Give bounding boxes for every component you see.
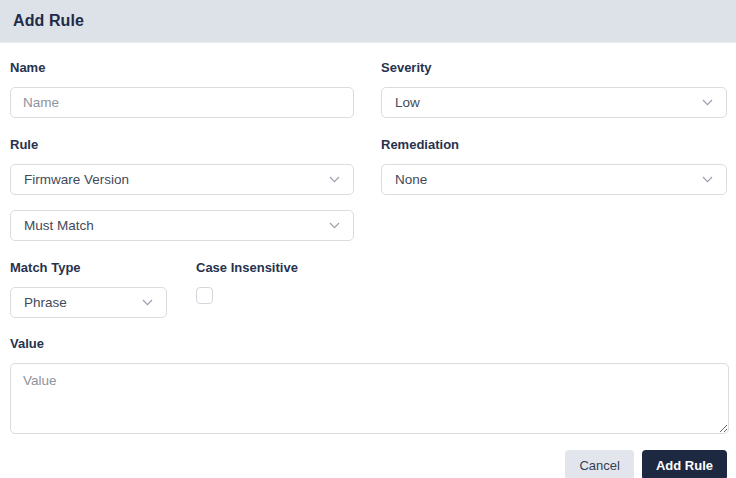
case-insensitive-label: Case Insensitive: [196, 261, 298, 275]
remediation-label: Remediation: [381, 138, 727, 152]
match-mode-select-value: Must Match: [24, 218, 94, 233]
add-rule-button[interactable]: Add Rule: [642, 450, 727, 478]
cancel-button[interactable]: Cancel: [565, 450, 633, 478]
dialog-header: Add Rule: [0, 0, 736, 43]
chevron-down-icon: [329, 222, 340, 229]
rule-select-value: Firmware Version: [24, 172, 129, 187]
rule-select[interactable]: Firmware Version: [10, 164, 354, 195]
dialog-body: Name Severity Low Rule Firmware Version: [0, 43, 736, 478]
severity-label: Severity: [381, 61, 727, 75]
match-type-label: Match Type: [10, 261, 167, 275]
value-label: Value: [10, 337, 727, 351]
chevron-down-icon: [142, 299, 153, 306]
dialog-footer: Cancel Add Rule: [10, 450, 727, 478]
remediation-select-value: None: [395, 172, 427, 187]
match-type-select[interactable]: Phrase: [10, 287, 167, 318]
remediation-select[interactable]: None: [381, 164, 727, 195]
chevron-down-icon: [702, 176, 713, 183]
add-rule-dialog: Add Rule Name Severity Low Rule: [0, 0, 736, 478]
dialog-title: Add Rule: [13, 12, 84, 30]
name-input[interactable]: [10, 87, 354, 118]
severity-select[interactable]: Low: [381, 87, 727, 118]
match-type-select-value: Phrase: [24, 295, 67, 310]
chevron-down-icon: [702, 99, 713, 106]
rule-label: Rule: [10, 138, 354, 152]
case-insensitive-checkbox[interactable]: [196, 287, 213, 304]
severity-select-value: Low: [395, 95, 420, 110]
chevron-down-icon: [329, 176, 340, 183]
name-label: Name: [10, 61, 354, 75]
value-textarea[interactable]: [10, 363, 729, 434]
match-mode-select[interactable]: Must Match: [10, 210, 354, 241]
